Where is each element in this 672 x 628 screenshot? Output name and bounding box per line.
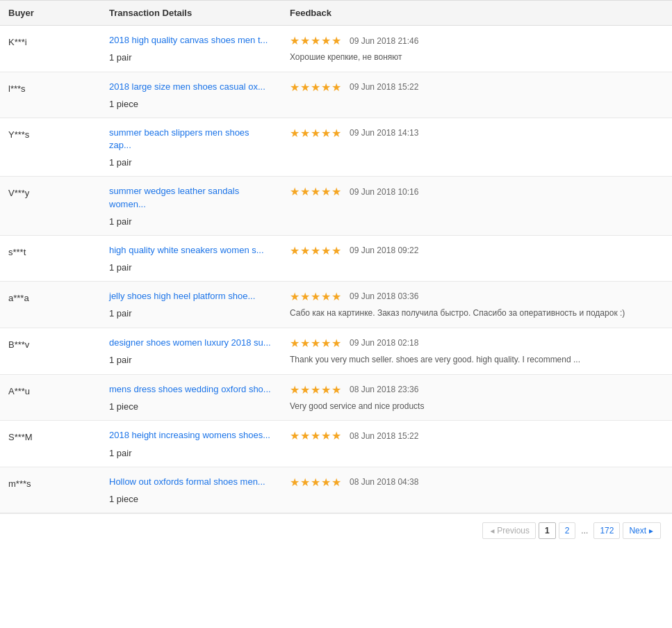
feedback-date: 09 Jun 2018 21:46 <box>350 36 418 46</box>
feedback-date: 08 Jun 2018 15:22 <box>350 431 418 441</box>
table-row: s***t high quality white sneakers women … <box>0 236 672 282</box>
star-rating: ★★★★★ <box>290 81 341 94</box>
star-rating: ★★★★★ <box>290 34 341 47</box>
star-icon: ★ <box>311 290 320 303</box>
buyer-name: Y***s <box>0 118 101 176</box>
transaction-link[interactable]: summer wedges leather sandals women... <box>109 185 273 210</box>
transaction-link[interactable]: Hollow out oxfords formal shoes men... <box>109 476 273 488</box>
star-icon: ★ <box>321 81 331 94</box>
star-icon: ★ <box>311 244 320 257</box>
star-icon: ★ <box>290 127 300 140</box>
prev-button[interactable]: Previous <box>482 522 536 539</box>
transaction-link[interactable]: 2018 large size men shoes casual ox... <box>109 81 273 93</box>
star-icon: ★ <box>311 337 320 350</box>
transaction-qty: 1 pair <box>109 262 273 273</box>
feedback-text: Хорошие крепкие, не воняют <box>290 51 664 63</box>
feedback-date: 09 Jun 2018 10:16 <box>350 187 418 197</box>
star-icon: ★ <box>331 383 341 396</box>
feedback-cell: ★★★★★ 08 Jun 2018 15:22 <box>281 421 672 466</box>
transaction-qty: 1 pair <box>109 52 273 63</box>
star-icon: ★ <box>290 244 300 257</box>
star-icon: ★ <box>290 476 300 489</box>
prev-label: Previous <box>497 526 530 536</box>
star-icon: ★ <box>331 429 341 442</box>
chevron-right-icon <box>648 526 655 536</box>
star-icon: ★ <box>300 337 310 350</box>
transaction-cell: jelly shoes high heel platform shoe... 1… <box>101 282 281 328</box>
transaction-qty: 1 pair <box>109 308 273 319</box>
transaction-cell: high quality white sneakers women s... 1… <box>101 236 281 281</box>
star-icon: ★ <box>300 429 310 442</box>
feedback-date: 08 Jun 2018 23:36 <box>350 385 418 394</box>
table-row: S***M 2018 height increasing womens shoe… <box>0 421 672 467</box>
feedback-text: Сабо как на картинке. Заказ получила быс… <box>290 307 664 319</box>
star-icon: ★ <box>300 81 310 94</box>
star-rating: ★★★★★ <box>290 185 341 198</box>
transaction-link[interactable]: 2018 high quality canvas shoes men t... <box>109 34 273 47</box>
page-172-button[interactable]: 172 <box>593 522 620 539</box>
transaction-link[interactable]: summer beach slippers men shoes zap... <box>109 127 273 152</box>
buyer-name: K***i <box>0 26 101 72</box>
table-row: V***y summer wedges leather sandals wome… <box>0 177 672 235</box>
feedback-top: ★★★★★ 08 Jun 2018 15:22 <box>290 429 664 442</box>
page-2-button[interactable]: 2 <box>559 522 576 539</box>
table-row: l***s 2018 large size men shoes casual o… <box>0 72 672 118</box>
transaction-link[interactable]: 2018 height increasing womens shoes... <box>109 429 273 442</box>
header-transaction: Transaction Details <box>101 1 281 25</box>
buyer-name: V***y <box>0 177 101 234</box>
feedback-date: 09 Jun 2018 02:18 <box>350 338 418 348</box>
star-icon: ★ <box>321 290 331 303</box>
buyer-name: m***s <box>0 467 101 513</box>
feedback-text: Thank you very much seller. shoes are ve… <box>290 354 664 366</box>
star-icon: ★ <box>331 290 341 303</box>
feedback-cell: ★★★★★ 09 Jun 2018 02:18 Thank you very m… <box>281 328 672 374</box>
star-icon: ★ <box>311 185 320 198</box>
table-row: K***i 2018 high quality canvas shoes men… <box>0 26 672 72</box>
star-icon: ★ <box>321 383 331 396</box>
feedback-cell: ★★★★★ 09 Jun 2018 15:22 <box>281 72 672 118</box>
buyer-name: a***a <box>0 282 101 328</box>
next-button[interactable]: Next <box>623 522 661 539</box>
star-icon: ★ <box>290 290 300 303</box>
transaction-cell: 2018 height increasing womens shoes... 1… <box>101 421 281 466</box>
table-row: a***a jelly shoes high heel platform sho… <box>0 282 672 328</box>
transaction-link[interactable]: jelly shoes high heel platform shoe... <box>109 290 273 303</box>
buyer-name: B***v <box>0 328 101 374</box>
buyer-name: s***t <box>0 236 101 281</box>
transaction-link[interactable]: mens dress shoes wedding oxford sho... <box>109 383 273 396</box>
feedback-top: ★★★★★ 08 Jun 2018 23:36 <box>290 383 664 396</box>
star-icon: ★ <box>290 337 300 350</box>
page-dots: ... <box>578 523 591 538</box>
feedback-cell: ★★★★★ 08 Jun 2018 04:38 <box>281 467 672 513</box>
feedback-top: ★★★★★ 09 Jun 2018 15:22 <box>290 81 664 94</box>
table-header: Buyer Transaction Details Feedback <box>0 0 672 26</box>
feedback-top: ★★★★★ 09 Jun 2018 10:16 <box>290 185 664 198</box>
transaction-link[interactable]: high quality white sneakers women s... <box>109 244 273 257</box>
feedback-date: 09 Jun 2018 15:22 <box>350 82 418 92</box>
header-buyer: Buyer <box>0 1 101 25</box>
star-icon: ★ <box>311 429 320 442</box>
reviews-table: Buyer Transaction Details Feedback K***i… <box>0 0 672 547</box>
star-icon: ★ <box>300 127 310 140</box>
star-icon: ★ <box>300 185 310 198</box>
star-icon: ★ <box>311 81 320 94</box>
feedback-date: 09 Jun 2018 14:13 <box>350 128 418 138</box>
transaction-cell: summer wedges leather sandals women... 1… <box>101 177 281 234</box>
transaction-cell: mens dress shoes wedding oxford sho... 1… <box>101 375 281 421</box>
star-icon: ★ <box>331 337 341 350</box>
star-rating: ★★★★★ <box>290 337 341 350</box>
star-icon: ★ <box>321 185 331 198</box>
transaction-link[interactable]: designer shoes women luxury 2018 su... <box>109 337 273 349</box>
feedback-cell: ★★★★★ 09 Jun 2018 10:16 <box>281 177 672 234</box>
feedback-top: ★★★★★ 08 Jun 2018 04:38 <box>290 476 664 489</box>
star-icon: ★ <box>331 185 341 198</box>
page-1-button[interactable]: 1 <box>539 522 556 539</box>
transaction-qty: 1 piece <box>109 494 273 504</box>
transaction-cell: 2018 high quality canvas shoes men t... … <box>101 26 281 72</box>
star-icon: ★ <box>321 34 331 47</box>
feedback-top: ★★★★★ 09 Jun 2018 03:36 <box>290 290 664 303</box>
feedback-cell: ★★★★★ 09 Jun 2018 21:46 Хорошие крепкие,… <box>281 26 672 72</box>
transaction-cell: designer shoes women luxury 2018 su... 1… <box>101 328 281 374</box>
transaction-qty: 1 piece <box>109 99 273 109</box>
star-icon: ★ <box>311 34 320 47</box>
